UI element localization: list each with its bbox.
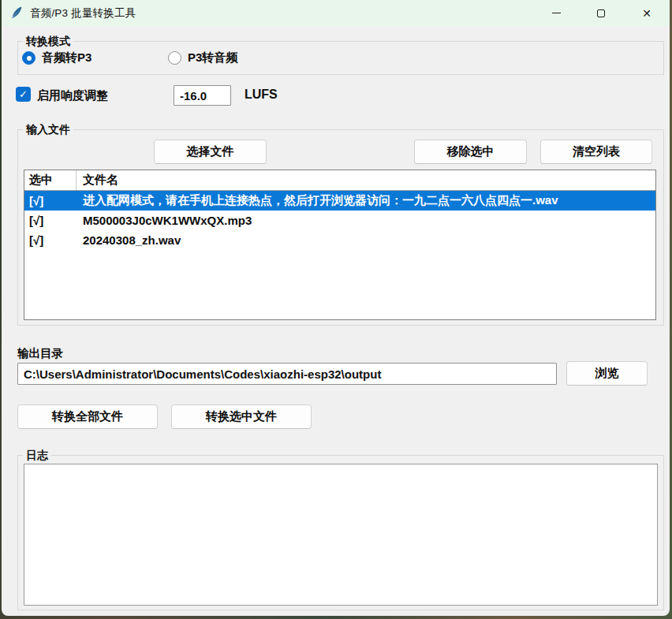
column-header-filename[interactable]: 文件名 [77,170,655,190]
radio-p3-to-audio-label: P3转音频 [188,50,237,65]
radio-unselected-icon [168,51,181,65]
file-table: 选中 文件名 [√] 进入配网模式，请在手机上连接热点，然后打开浏览器访问：一九… [24,170,656,320]
mode-group-label: 转换模式 [23,35,73,48]
mode-groupbox: 转换模式 音频转P3 P3转音频 [17,41,664,75]
python-feather-icon [10,6,23,19]
loudness-checkbox[interactable]: ✓ [16,87,31,102]
maximize-icon [597,9,605,17]
select-files-button[interactable]: 选择文件 [154,140,267,164]
close-button[interactable]: ✕ [633,0,660,26]
row-checked: [√] [24,191,77,211]
row-filename: 20240308_zh.wav [77,230,655,250]
row-checked: [√] [24,211,77,230]
app-window: 音频/P3 批量转换工具 ✕ 转换模式 音频转P3 P3转音频 ✓ 启用响度调整… [2,0,670,616]
row-filename: 进入配网模式，请在手机上连接热点，然后打开浏览器访问：一九二点一六八点四点一.w… [77,191,655,211]
column-header-checked[interactable]: 选中 [24,170,77,190]
maximize-button[interactable] [588,0,614,26]
window-title: 音频/P3 批量转换工具 [30,0,136,26]
close-icon: ✕ [642,8,651,19]
log-textarea[interactable] [24,464,658,606]
loudness-checkbox-label: 启用响度调整 [37,88,108,103]
lufs-input[interactable] [174,85,231,106]
browse-button[interactable]: 浏览 [566,361,648,386]
lufs-unit-label: LUFS [245,88,278,102]
table-row[interactable]: [√] 进入配网模式，请在手机上连接热点，然后打开浏览器访问：一九二点一六八点四… [24,191,655,211]
radio-audio-to-p3[interactable]: 音频转P3 [22,50,91,65]
radio-p3-to-audio[interactable]: P3转音频 [168,50,237,65]
table-header: 选中 文件名 [24,170,655,191]
convert-selected-button[interactable]: 转换选中文件 [171,405,312,429]
radio-audio-to-p3-label: 音频转P3 [42,50,91,65]
minimize-icon [552,13,561,14]
checkmark-icon: ✓ [19,89,28,99]
title-bar[interactable]: 音频/P3 批量转换工具 ✕ [2,0,670,26]
convert-all-button[interactable]: 转换全部文件 [17,405,158,429]
input-files-label: 输入文件 [23,123,73,136]
radio-selected-icon [22,51,35,65]
desktop: { "window": { "title": "音频/P3 批量转换工具", "… [0,0,672,619]
remove-selected-button[interactable]: 移除选中 [414,140,527,164]
clear-list-button[interactable]: 清空列表 [540,140,652,164]
row-filename: M500003J0cWK1WWxQX.mp3 [77,211,655,230]
output-dir-label: 输出目录 [17,346,63,361]
output-dir-input[interactable] [17,363,557,385]
row-checked: [√] [24,230,77,250]
log-label: 日志 [23,449,51,462]
minimize-button[interactable] [543,0,569,26]
table-row[interactable]: [√] 20240308_zh.wav [24,230,655,250]
table-row[interactable]: [√] M500003J0cWK1WWxQX.mp3 [24,211,655,230]
